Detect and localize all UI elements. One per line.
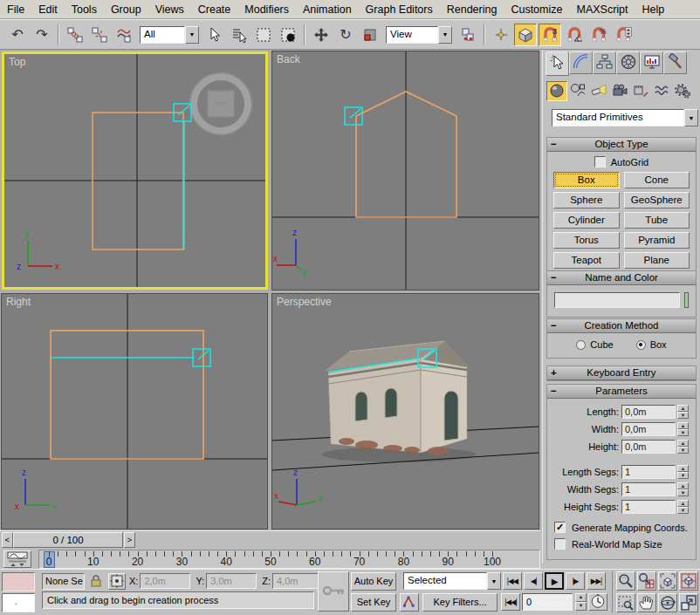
viewport-back-label[interactable]: Back xyxy=(277,53,300,65)
menu-customize[interactable]: Customize xyxy=(504,0,569,19)
collapse-icon[interactable]: − xyxy=(551,138,561,151)
play-icon[interactable]: ▶ xyxy=(545,572,564,590)
creation-method-rollout-header[interactable]: − Creation Method xyxy=(547,319,696,333)
snap-3d-icon[interactable]: 3 xyxy=(539,24,561,46)
absolute-mode-toggle[interactable] xyxy=(108,573,126,590)
spinner-control[interactable]: ▲▼ xyxy=(677,465,689,479)
subtab-geometry[interactable] xyxy=(546,81,567,101)
menu-edit[interactable]: Edit xyxy=(31,0,65,19)
spinner-snap-icon[interactable] xyxy=(612,24,635,46)
viewport-top-canvas[interactable]: TOP y x z xyxy=(4,54,265,287)
viewport-top-label[interactable]: Top xyxy=(9,56,25,68)
chevron-down-icon[interactable]: ▼ xyxy=(684,109,698,126)
chevron-down-icon[interactable]: ▼ xyxy=(438,26,452,44)
viewport-perspective-label[interactable]: Perspective xyxy=(277,296,332,308)
next-frame-icon[interactable]: |▶ xyxy=(566,572,585,590)
spinner-control[interactable]: ▲▼ xyxy=(677,500,689,514)
creation-method-cube[interactable]: Cube xyxy=(576,339,613,350)
current-frame-field[interactable]: 0 xyxy=(522,593,573,611)
maxscript-mini-listener[interactable]: ‸ xyxy=(2,593,35,612)
reference-coordinate-select[interactable]: View▼ xyxy=(386,26,452,44)
checkbox-real-world-map-size[interactable]: Real-World Map Size xyxy=(547,536,696,552)
previous-frame-icon[interactable]: ◀| xyxy=(524,572,543,590)
tab-create-tab[interactable] xyxy=(546,51,569,76)
chevron-down-icon[interactable]: ▼ xyxy=(185,26,199,44)
select-and-rotate-icon[interactable]: ↻ xyxy=(334,24,357,46)
pan-icon[interactable] xyxy=(637,593,656,612)
param-value-field[interactable]: 0,0m xyxy=(621,422,676,436)
menu-rendering[interactable]: Rendering xyxy=(440,0,504,19)
tab-hierarchy-tab[interactable] xyxy=(593,51,616,74)
collapse-icon[interactable]: − xyxy=(551,271,561,284)
selection-set-select[interactable]: Selected ▼ xyxy=(403,572,501,590)
window-crossing-icon[interactable] xyxy=(277,24,299,46)
collapse-icon[interactable]: − xyxy=(551,319,561,332)
track-bar-ruler[interactable]: 0102030405060708090100 xyxy=(38,550,540,569)
frame-spinner[interactable]: ▲▼ xyxy=(575,593,587,611)
spinner-control[interactable]: ▲▼ xyxy=(677,405,689,419)
select-and-scale-icon[interactable] xyxy=(359,24,381,46)
viewport-perspective-canvas[interactable]: z x y xyxy=(272,294,539,529)
viewport-right[interactable]: Right z y x xyxy=(1,293,268,530)
time-configuration-button[interactable] xyxy=(588,593,607,611)
object-type-box-button[interactable]: Box xyxy=(553,172,620,188)
minmax-toggle-icon[interactable] xyxy=(679,593,698,612)
macro-recorder-box[interactable] xyxy=(2,572,35,591)
autogrid-checkbox[interactable] xyxy=(594,156,606,167)
object-type-cone-button[interactable]: Cone xyxy=(624,172,690,188)
selection-filter-select[interactable]: All▼ xyxy=(140,26,199,44)
object-color-swatch[interactable] xyxy=(684,292,689,308)
subtab-lights[interactable] xyxy=(588,81,609,101)
spinner-control[interactable]: ▲▼ xyxy=(677,482,689,496)
spinner-control[interactable]: ▲▼ xyxy=(677,422,689,436)
use-pivot-center-icon[interactable] xyxy=(456,24,479,46)
menu-animation[interactable]: Animation xyxy=(296,0,359,19)
keyboard-entry-rollout-header[interactable]: + Keyboard Entry xyxy=(547,366,696,380)
expand-icon[interactable]: + xyxy=(551,366,561,379)
menu-help[interactable]: Help xyxy=(635,0,672,19)
primitive-category-select[interactable]: Standard Primitives ▼ xyxy=(552,109,698,126)
snaps-toggle-icon[interactable] xyxy=(514,24,537,46)
menu-modifiers[interactable]: Modifiers xyxy=(237,0,296,19)
zoom-all-icon[interactable] xyxy=(637,571,656,591)
menu-tools[interactable]: Tools xyxy=(65,0,104,19)
unlink-selection-icon[interactable] xyxy=(88,24,111,46)
object-type-teapot-button[interactable]: Teapot xyxy=(553,252,620,269)
menu-create[interactable]: Create xyxy=(191,0,238,19)
param-value-field[interactable]: 1 xyxy=(621,482,676,496)
name-color-rollout-header[interactable]: − Name and Color xyxy=(547,271,696,285)
undo-icon[interactable]: ↶ xyxy=(6,24,29,46)
menu-group[interactable]: Group xyxy=(104,0,148,19)
viewport-back-canvas[interactable]: z x y xyxy=(272,51,539,290)
go-start-icon[interactable]: |◀◀ xyxy=(503,572,522,590)
tab-utilities-tab[interactable] xyxy=(663,51,687,74)
redo-icon[interactable]: ↷ xyxy=(31,24,53,46)
set-keys-button[interactable] xyxy=(318,571,349,612)
object-type-sphere-button[interactable]: Sphere xyxy=(553,192,620,208)
angle-snap-icon[interactable] xyxy=(563,24,586,46)
coord-value-field[interactable]: 2,0m xyxy=(140,573,190,589)
creation-method-box[interactable]: Box xyxy=(636,339,667,350)
zoom-extents-icon[interactable] xyxy=(658,571,677,591)
zoom-extents-all-icon[interactable] xyxy=(679,571,698,591)
radio-cube[interactable] xyxy=(576,340,586,350)
select-and-link-icon[interactable] xyxy=(64,24,86,46)
subtab-systems[interactable] xyxy=(672,81,693,101)
zoom-icon[interactable] xyxy=(616,571,635,591)
viewport-top[interactable]: Top TOP y x z xyxy=(2,51,268,290)
go-end-icon[interactable]: ▶▶| xyxy=(587,572,606,590)
select-by-name-icon[interactable] xyxy=(228,24,250,46)
rectangular-selection-icon[interactable] xyxy=(252,24,275,46)
checkbox-box[interactable]: ✓ xyxy=(554,522,566,533)
parameters-rollout-header[interactable]: − Parameters xyxy=(547,385,696,399)
object-name-input[interactable] xyxy=(554,292,680,308)
time-slider-handle[interactable]: 0 / 100 xyxy=(13,532,123,548)
coord-value-field[interactable]: 3,0m xyxy=(206,573,257,589)
param-value-field[interactable]: 1 xyxy=(621,500,676,514)
tab-modify-tab[interactable] xyxy=(569,51,593,74)
object-type-cylinder-button[interactable]: Cylinder xyxy=(553,212,620,229)
select-and-manipulate-icon[interactable] xyxy=(490,24,512,46)
menu-views[interactable]: Views xyxy=(148,0,191,19)
viewport-right-canvas[interactable]: z y x xyxy=(2,294,267,529)
select-and-move-icon[interactable] xyxy=(310,24,333,46)
